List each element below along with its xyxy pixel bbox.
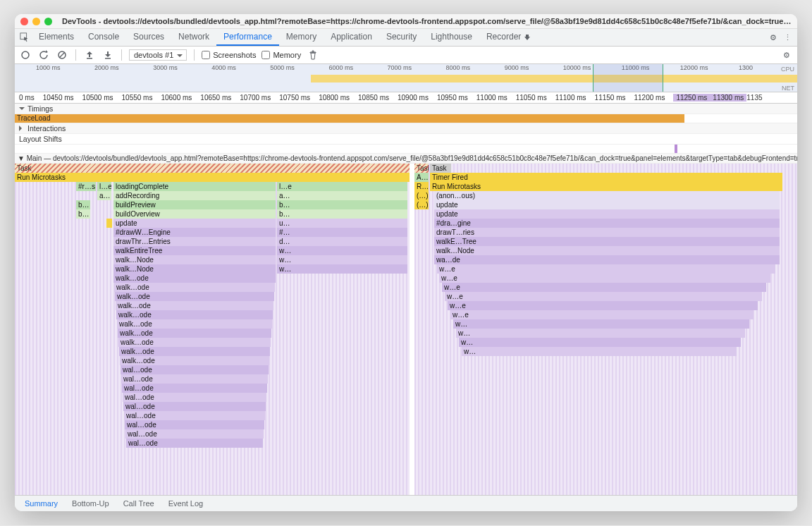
select-recording[interactable]: devtools #1 [129,49,187,61]
tab-sources[interactable]: Sources [126,29,171,46]
tab-elements[interactable]: Elements [32,29,81,46]
tab-application[interactable]: Application [324,29,379,46]
run-microtasks[interactable]: Run Microtasks [15,173,410,182]
time-ruler[interactable]: 0 ms10450 ms10500 ms10550 ms10600 ms1065… [15,92,797,104]
more-icon[interactable]: ⋮ [780,33,794,42]
flame-entry[interactable]: walk…ode [114,283,275,292]
flame-entry[interactable]: w…e [445,292,762,301]
flame-entry[interactable]: walk…ode [115,292,274,301]
flame-entry[interactable]: w…e [450,310,753,319]
devtools-window: DevTools - devtools://devtools/bundled/d… [15,14,797,511]
flame-entry[interactable]: wal…ode [125,429,264,439]
flame-entry[interactable]: wal…ode [121,365,269,374]
right-task[interactable]: Task [430,164,451,173]
svg-point-1 [22,51,29,59]
overview-selection[interactable] [593,64,663,92]
timeline-overview[interactable]: 1000 ms2000 ms3000 ms4000 ms5000 ms6000 … [15,64,797,92]
reload-button[interactable] [37,49,50,61]
layoutshifts-header[interactable]: Layout Shifts [15,134,797,145]
tab-security[interactable]: Security [379,29,424,46]
maximize-button[interactable] [44,18,52,25]
tab-network[interactable]: Network [171,29,216,46]
btab-bottomup[interactable]: Bottom-Up [65,496,116,511]
flame-entry[interactable]: walk…ode [113,274,276,283]
flame-entry[interactable]: wal…ode [125,420,264,429]
upload-icon[interactable] [83,49,96,61]
btab-summary[interactable]: Summary [18,496,65,511]
flame-entry[interactable]: w… [462,347,737,356]
timings-header[interactable]: Timings [15,104,797,114]
flame-entry[interactable]: wal…ode [123,393,266,402]
flame-entry[interactable]: w… [453,319,749,329]
flame-entry[interactable]: w…e [442,283,766,292]
clear-button[interactable] [56,49,68,61]
flame-entry[interactable]: wal…ode [121,374,268,384]
window-titlebar: DevTools - devtools://devtools/bundled/d… [15,14,797,29]
flame-entry[interactable]: wal…ode [123,402,266,411]
record-button[interactable] [19,49,32,61]
details-tabs: Summary Bottom-Up Call Tree Event Log [15,495,797,511]
tab-console[interactable]: Console [81,29,126,46]
flame-entry[interactable]: wal…ode [126,439,263,448]
svg-rect-5 [105,58,111,59]
flame-entry[interactable]: w…e [439,274,770,283]
close-button[interactable] [20,18,28,25]
flame-entry[interactable]: walk…ode [117,319,272,329]
memory-checkbox[interactable]: Memory [262,51,301,59]
flame-entry[interactable]: wal…ode [124,411,265,420]
net-label: NET [782,85,794,92]
tab-performance[interactable]: Performance [216,29,279,46]
panel-tabs: Elements Console Sources Network Perform… [15,29,797,47]
flame-entry[interactable]: walk…ode [119,347,270,356]
capture-settings-icon[interactable]: ⚙ [780,49,793,61]
screenshots-checkbox[interactable]: Screenshots [202,51,256,59]
window-title: DevTools - devtools://devtools/bundled/d… [62,17,792,25]
svg-line-3 [59,52,65,58]
flame-entry[interactable]: w… [456,329,745,338]
flame-entry[interactable]: wal…ode [122,384,267,393]
download-icon[interactable] [102,49,114,61]
settings-icon[interactable]: ⚙ [766,33,780,42]
flame-entry[interactable]: walk…ode [116,301,273,310]
svg-rect-4 [87,58,92,59]
btab-eventlog[interactable]: Event Log [161,496,211,511]
main-thread-header[interactable]: ▼ Main — devtools://devtools/bundled/dev… [15,154,797,164]
flame-entry[interactable]: walk…ode [120,356,269,365]
btab-calltree[interactable]: Call Tree [116,496,161,511]
task-small[interactable]: Task [414,164,429,173]
traceload-bar[interactable]: TraceLoad [15,114,797,123]
flame-entry[interactable]: w…e [448,301,758,310]
flame-entry[interactable]: walk…ode [118,338,271,347]
flame-chart[interactable]: Task Task Task Run Microtasks A… Timer F… [15,164,797,495]
interactions-header[interactable]: Interactions [15,123,797,134]
inspect-icon[interactable] [18,32,32,42]
flame-entry[interactable]: walk…ode [118,329,271,338]
tab-recorder[interactable]: Recorder [479,29,538,46]
perf-toolbar: devtools #1 Screenshots Memory ⚙ [15,47,797,64]
tab-lighthouse[interactable]: Lighthouse [424,29,479,46]
collect-garbage-icon[interactable] [307,49,319,61]
flame-entry[interactable]: walk…ode [116,310,273,319]
minimize-button[interactable] [32,18,40,25]
layout-shift-event[interactable] [675,145,677,153]
cpu-label: CPU [781,66,794,73]
flame-entry[interactable]: w… [459,338,741,347]
tab-memory[interactable]: Memory [279,29,324,46]
task-left[interactable]: Task [15,164,410,173]
